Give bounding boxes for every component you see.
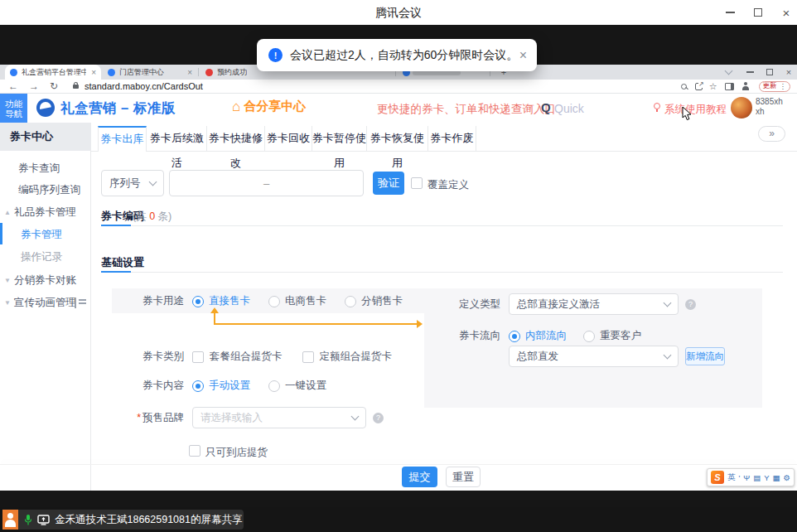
- add-flow-button[interactable]: 新增流向: [685, 347, 725, 365]
- tab-label: 券卡作废: [431, 132, 474, 144]
- browser-maximize-button[interactable]: [761, 65, 779, 80]
- tab-close-icon[interactable]: ×: [182, 68, 192, 77]
- sidebar-group-gift-card-mgmt[interactable]: ▲ 礼品券卡管理: [4, 202, 76, 222]
- radio-internal-flow[interactable]: [509, 331, 520, 342]
- back-icon[interactable]: ←: [8, 81, 18, 91]
- presale-brand-row: *预售品牌 请选择或输入 ?: [124, 407, 384, 428]
- checkbox-package-combo-card[interactable]: [192, 351, 204, 363]
- radio-one-click-setup[interactable]: [268, 380, 280, 392]
- browser-tab[interactable]: 门店管理中心 ×: [103, 65, 197, 80]
- sidebar-item-operation-log[interactable]: 操作记录: [21, 247, 62, 267]
- minimize-button[interactable]: [717, 0, 742, 25]
- tabs-baseline: [91, 151, 797, 152]
- browser-minimize-button[interactable]: [741, 65, 759, 80]
- definition-type-select[interactable]: 总部直接定义激活: [509, 293, 679, 315]
- sidebar-group-promo-animation[interactable]: ▼ 宣传动画管理: [4, 293, 76, 312]
- radio-manual-setup[interactable]: [192, 380, 204, 392]
- tab-card-resume[interactable]: 券卡恢复使用: [367, 126, 428, 151]
- user-avatar[interactable]: [731, 97, 752, 118]
- ime-grid-icon[interactable]: ▦: [772, 473, 780, 482]
- sidebar-item-card-management-active[interactable]: 券卡管理: [21, 225, 62, 244]
- ime-logo[interactable]: S: [711, 471, 724, 484]
- nav-toggle-button[interactable]: 功能 导航: [0, 94, 27, 123]
- tutorial-link[interactable]: 系统使用教程: [664, 103, 727, 117]
- radio-important-customer[interactable]: [583, 331, 595, 342]
- sidebar-item-code-sequence-query[interactable]: 编码序列查询: [18, 180, 80, 200]
- radio-label-one-click-setup[interactable]: 一键设置: [285, 379, 326, 393]
- tab-card-quick-edit[interactable]: 券卡快捷修改: [207, 126, 265, 151]
- share-page-icon[interactable]: [695, 83, 703, 90]
- radio-label-ecommerce-sale[interactable]: 电商售卡: [285, 294, 326, 308]
- app-logo: [36, 99, 55, 117]
- warehouse-icon: ⌂: [232, 99, 240, 114]
- ime-mic-icon[interactable]: Ψ: [743, 473, 750, 482]
- radio-label-distribution-sale[interactable]: 分销售卡: [361, 294, 403, 308]
- verify-button[interactable]: 验证: [373, 172, 404, 195]
- forward-icon[interactable]: →: [29, 81, 39, 91]
- flow-target-select[interactable]: 总部直发: [509, 346, 679, 367]
- screen-share-icon: [37, 515, 50, 525]
- radio-label-internal-flow[interactable]: 内部流向: [525, 329, 567, 343]
- chevron-down-icon: [724, 66, 732, 75]
- menu-dots-icon[interactable]: ⋮: [780, 82, 787, 90]
- required-asterisk: *: [137, 412, 141, 423]
- sidebar-item-card-query[interactable]: 券卡查询: [18, 158, 60, 178]
- tab-search-button[interactable]: [719, 65, 737, 80]
- tab-card-suspend[interactable]: 券卡暂停使用: [312, 126, 367, 151]
- meeting-titlebar: 腾讯会议: [0, 0, 797, 25]
- tab-card-activate[interactable]: 券卡后续激活: [147, 126, 207, 151]
- search-icon[interactable]: Q: [541, 100, 551, 114]
- maximize-button[interactable]: [746, 0, 770, 25]
- notification-close-icon[interactable]: ×: [519, 49, 527, 62]
- screen-share-indicator[interactable]: 金禾通技术王斌18662591081的屏幕共享: [18, 510, 244, 530]
- submit-button[interactable]: 提交: [402, 467, 437, 487]
- radio-ecommerce-sale[interactable]: [268, 296, 280, 307]
- bookmark-star-icon[interactable]: ☆: [709, 82, 717, 91]
- browser-close-button[interactable]: ×: [780, 65, 797, 80]
- lock-icon[interactable]: [73, 85, 79, 89]
- sidebar-group-distribution-reconcile[interactable]: ▼ 分销券卡对账: [4, 270, 76, 290]
- browser-tab-active[interactable]: 礼盒营销平台管理中心 ×: [5, 65, 101, 80]
- override-checkbox[interactable]: [411, 177, 423, 189]
- reset-label: 重置: [452, 470, 474, 485]
- ime-punct-button[interactable]: ': [738, 473, 740, 482]
- profile-icon[interactable]: [741, 82, 750, 90]
- tab-card-recycle[interactable]: 券卡回收: [265, 126, 312, 151]
- tab-card-outbound-active[interactable]: 券卡出库: [98, 126, 147, 152]
- serial-type-select[interactable]: 序列号: [101, 170, 164, 196]
- radio-label-direct-sale[interactable]: 直接售卡: [209, 294, 250, 308]
- radio-label-important-customer[interactable]: 重要客户: [600, 329, 641, 343]
- update-browser-button[interactable]: 更新 ⋮: [759, 81, 791, 92]
- tab-card-void[interactable]: 券卡作废: [428, 126, 476, 151]
- serial-range-input[interactable]: –: [169, 170, 364, 196]
- share-center-link[interactable]: ⌂ 合分享中心: [232, 99, 306, 114]
- override-label[interactable]: 覆盖定义: [427, 178, 469, 192]
- help-icon[interactable]: ?: [685, 299, 696, 310]
- tab-close-icon[interactable]: ×: [86, 68, 96, 77]
- ime-lang-button[interactable]: 英: [727, 472, 736, 483]
- help-icon[interactable]: ?: [373, 413, 384, 423]
- quick-search-label[interactable]: Quick: [554, 102, 584, 115]
- reload-icon[interactable]: ↻: [50, 81, 58, 91]
- reset-button[interactable]: 重置: [446, 467, 481, 487]
- store-pickup-only-label[interactable]: 只可到店提货: [205, 446, 268, 460]
- checkbox-label-package-combo[interactable]: 套餐组合提货卡: [210, 350, 283, 364]
- presale-brand-select[interactable]: 请选择或输入: [192, 407, 366, 428]
- ime-settings-icon[interactable]: ⚙: [783, 473, 790, 482]
- zoom-icon[interactable]: [681, 84, 687, 89]
- side-panel-icon[interactable]: [725, 83, 734, 90]
- close-button[interactable]: ×: [774, 0, 797, 25]
- store-pickup-only-checkbox[interactable]: [189, 445, 200, 457]
- address-bar[interactable]: standard.maboy.cn/CardsOut: [85, 81, 203, 91]
- radio-label-manual-setup[interactable]: 手动设置: [209, 379, 250, 393]
- checkbox-fixed-combo-card[interactable]: [302, 351, 314, 363]
- expand-tabs-button[interactable]: »: [758, 126, 785, 142]
- checkbox-label-fixed-combo[interactable]: 定额组合提货卡: [320, 350, 393, 364]
- ime-keyboard-icon[interactable]: ▤: [753, 473, 761, 482]
- select-value: 总部直发: [517, 350, 558, 364]
- connector-line-horizontal: [214, 323, 418, 325]
- ime-skin-icon[interactable]: Y: [764, 473, 769, 482]
- radio-direct-sale[interactable]: [192, 296, 204, 307]
- sidebar-collapse-icon[interactable]: [75, 297, 85, 308]
- radio-distribution-sale[interactable]: [345, 296, 356, 307]
